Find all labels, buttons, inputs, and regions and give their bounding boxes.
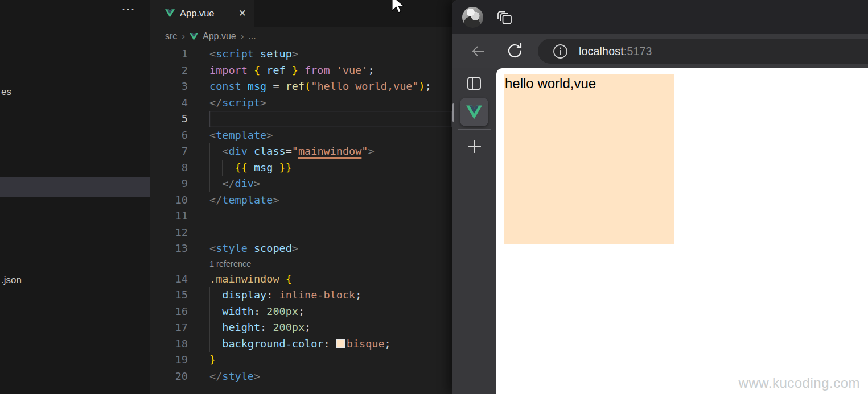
line-number[interactable]: 20 [151, 368, 188, 385]
code-line[interactable]: 11 [151, 208, 452, 225]
new-tab-icon[interactable] [465, 137, 484, 158]
code-text[interactable]: import { ref } from 'vue'; [209, 63, 452, 79]
code-text[interactable]: height: 200px; [209, 320, 452, 336]
explorer-item-partial[interactable]: es [1, 86, 11, 98]
code-line[interactable]: 3const msg = ref("hello world,vue"); [151, 78, 452, 95]
gutter-gap [188, 225, 209, 241]
code-text[interactable]: </script> [209, 95, 452, 111]
code-text[interactable]: <script setup> [209, 46, 452, 63]
code-token: inline-block [279, 289, 356, 301]
line-number[interactable]: 17 [151, 320, 188, 336]
tab-label: App.vue [180, 8, 233, 19]
code-line[interactable]: 12 [151, 225, 452, 241]
code-token [260, 64, 266, 76]
code-line[interactable]: 9 </div> [151, 176, 452, 192]
line-number[interactable]: 16 [151, 304, 188, 320]
code-token: 'vue' [336, 64, 368, 76]
code-line[interactable]: 16 width: 200px; [151, 304, 452, 320]
code-text[interactable]: <template> [209, 127, 452, 144]
avatar[interactable] [462, 7, 483, 28]
code-line[interactable]: 20</style> [151, 368, 452, 385]
indent-guide [209, 287, 210, 304]
line-number[interactable]: 6 [151, 127, 188, 144]
code-text[interactable]: </template> [209, 192, 452, 209]
line-number[interactable]: 8 [151, 160, 188, 176]
url-text[interactable]: localhost:5173 [579, 45, 652, 58]
code-editor[interactable]: 1<script setup>2import { ref } from 'vue… [151, 46, 452, 394]
gutter-gap [188, 111, 209, 127]
code-line[interactable]: 8 {{ msg }} [151, 160, 452, 176]
line-number[interactable]: 3 [151, 78, 188, 95]
line-number[interactable]: 14 [151, 271, 188, 288]
workspaces-icon[interactable] [497, 10, 512, 27]
line-number[interactable]: 11 [151, 208, 188, 225]
address-bar[interactable]: localhost:5173 [538, 39, 868, 64]
close-icon[interactable]: ✕ [238, 9, 246, 18]
line-number[interactable]: 13 [151, 240, 188, 257]
vscode-explorer-sidebar: ⋯ es .json [0, 0, 150, 394]
code-text[interactable]: <div class="mainwindow"> [209, 143, 452, 160]
code-text[interactable]: background-color: bisque; [209, 336, 452, 352]
more-actions-icon[interactable]: ⋯ [121, 1, 136, 17]
line-number[interactable]: 18 [151, 336, 188, 352]
code-text[interactable]: .mainwindow { [209, 271, 452, 288]
line-number[interactable]: 15 [151, 287, 188, 304]
info-icon[interactable] [553, 44, 568, 59]
explorer-selected-row[interactable] [0, 177, 150, 197]
back-icon[interactable] [470, 43, 487, 62]
color-swatch[interactable] [336, 339, 345, 348]
code-text[interactable] [209, 111, 452, 127]
breadcrumb-symbol[interactable]: ... [248, 31, 256, 42]
line-number[interactable]: 7 [151, 143, 188, 160]
line-number[interactable]: 1 [151, 46, 188, 63]
code-line[interactable]: 6<template> [151, 127, 452, 144]
code-token: import [209, 64, 248, 76]
code-text[interactable] [209, 225, 452, 241]
code-token: = [286, 145, 292, 157]
refresh-icon[interactable] [505, 42, 524, 63]
code-text[interactable]: <style scoped> [209, 240, 452, 257]
code-text[interactable] [209, 208, 452, 225]
explorer-item-partial-json[interactable]: .json [1, 275, 22, 286]
line-number[interactable]: 19 [151, 352, 188, 368]
code-line[interactable]: 17 height: 200px; [151, 320, 452, 336]
code-text[interactable]: {{ msg }} [209, 160, 452, 176]
code-text[interactable]: </div> [209, 176, 452, 192]
line-number[interactable]: 9 [151, 176, 188, 192]
code-line[interactable]: 1<script setup> [151, 46, 452, 63]
code-token [209, 177, 222, 189]
codelens[interactable]: 1 reference [151, 257, 452, 271]
code-line[interactable]: 7 <div class="mainwindow"> [151, 143, 452, 160]
code-line[interactable]: 15 display: inline-block; [151, 287, 452, 304]
line-number[interactable]: 10 [151, 192, 188, 209]
code-token: background-color [222, 338, 323, 350]
code-line[interactable]: 10</template> [151, 192, 452, 209]
code-text[interactable]: display: inline-block; [209, 287, 452, 304]
browser-tab-vue[interactable] [460, 98, 488, 126]
code-line[interactable]: 14.mainwindow { [151, 271, 452, 288]
line-number[interactable] [151, 257, 188, 271]
code-text[interactable]: } [209, 352, 452, 368]
code-line[interactable]: 5 [151, 111, 452, 127]
breadcrumb-file[interactable]: App.vue [203, 31, 236, 42]
code-token [209, 321, 222, 333]
line-number[interactable]: 5 [151, 111, 188, 127]
code-line[interactable]: 4</script> [151, 95, 452, 111]
line-number[interactable]: 4 [151, 95, 188, 111]
line-number[interactable]: 2 [151, 63, 188, 79]
tab-app-vue[interactable]: App.vue ✕ [151, 0, 254, 27]
code-line[interactable]: 13<style scoped> [151, 240, 452, 257]
code-text[interactable]: </style> [209, 368, 452, 385]
code-line[interactable]: 18 background-color: bisque; [151, 336, 452, 352]
gutter-gap [188, 271, 209, 288]
code-token: { [286, 273, 292, 285]
tab-actions-icon[interactable] [466, 76, 482, 94]
code-text[interactable]: width: 200px; [209, 304, 452, 320]
breadcrumb-src[interactable]: src [165, 31, 177, 42]
watermark: www.kucoding.com [739, 375, 860, 391]
code-text[interactable]: const msg = ref("hello world,vue"); [209, 78, 452, 95]
code-line[interactable]: 19} [151, 352, 452, 368]
line-number[interactable]: 12 [151, 225, 188, 241]
code-line[interactable]: 2import { ref } from 'vue'; [151, 63, 452, 79]
code-text[interactable]: 1 reference [209, 257, 452, 271]
